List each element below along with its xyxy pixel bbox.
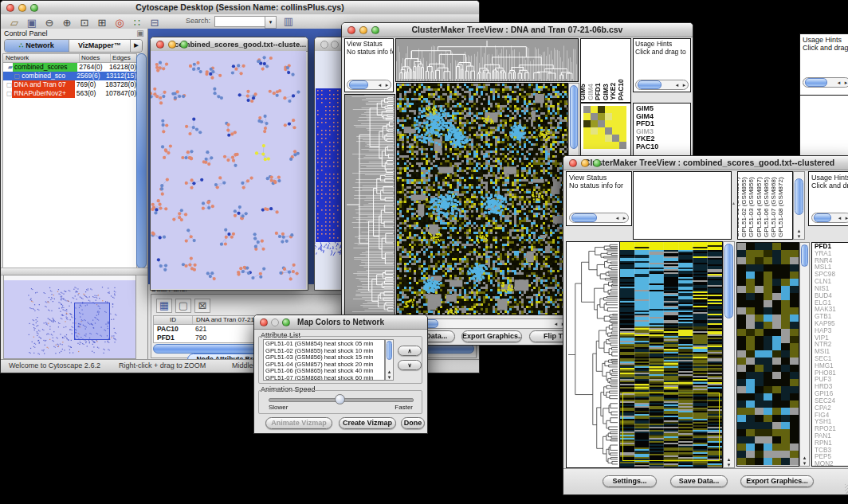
move-up-button[interactable]: ∧ — [398, 346, 422, 356]
close-icon[interactable] — [156, 41, 164, 49]
column-labels-vscrollbar[interactable]: ▴▾ — [793, 171, 805, 240]
open-icon[interactable]: ▱ — [6, 17, 23, 29]
settings-button[interactable]: Settings... — [603, 475, 657, 487]
gene-list-panel: PFD1YRA1RNR4MSL1SPC98CLN1NIS1BUD4ELG1MAK… — [811, 242, 848, 467]
document-icon[interactable]: ▥ — [280, 15, 297, 28]
heatmap-cell — [598, 120, 605, 127]
help-ring-icon[interactable]: ◎ — [111, 17, 128, 29]
minimize-icon[interactable] — [168, 41, 176, 49]
usage-hints-title: Usage Hints — [811, 174, 848, 182]
detail-vscrollbar[interactable]: ▴▾ — [799, 242, 810, 467]
correlation-mini-heatmap[interactable] — [583, 106, 626, 149]
heatmap[interactable] — [396, 83, 568, 315]
zoom-window-icon[interactable] — [30, 4, 38, 12]
new-doc-icon[interactable]: ▢ — [175, 299, 191, 313]
dialog-title-bar[interactable]: Map Colors to Network — [254, 315, 427, 330]
minimize-icon[interactable] — [271, 318, 279, 326]
column-dendrogram-area[interactable] — [633, 171, 732, 240]
id-header: ID — [154, 316, 193, 324]
zoom-window-icon[interactable] — [371, 26, 379, 34]
network-list-item[interactable]: ▢DNA and Tran 07769(0)183728(0) — [3, 80, 136, 89]
minimize-icon[interactable] — [581, 159, 589, 167]
heatmap-vscrollbar[interactable]: ▴▾ — [723, 241, 735, 468]
view-status-hscrollbar[interactable]: ◂▸ — [569, 213, 629, 223]
heatmap-cell — [612, 106, 619, 113]
minimize-icon[interactable] — [359, 26, 367, 34]
view-status-box: View Status No status info for ◂▸ — [566, 171, 632, 226]
network-list-item[interactable]: ▰combined_scores2764(0)16218(0) — [3, 63, 136, 72]
main-title-bar[interactable]: Cytoscape Desktop (Session Name: collins… — [1, 1, 479, 15]
heatmap-cell — [619, 106, 626, 113]
minimize-icon[interactable] — [18, 4, 26, 12]
usage-hints-hscrollbar[interactable]: ◂▸ — [811, 213, 848, 223]
attribute-list[interactable]: GPL51-01 (GSM854) heat shock 05 minGPL51… — [263, 339, 385, 381]
fragment-hscrollbar[interactable]: ◂▸ — [803, 77, 848, 88]
heatmap-cell — [598, 135, 605, 142]
close-icon[interactable] — [569, 159, 577, 167]
zoom-detail-panel[interactable] — [736, 242, 799, 467]
close-icon[interactable] — [6, 4, 14, 12]
zoom-window-icon[interactable] — [282, 318, 290, 326]
heatmap-cell — [619, 113, 626, 120]
move-down-button[interactable]: ∨ — [398, 360, 422, 370]
tab-network[interactable]: ∴ Network — [5, 40, 69, 52]
annotation-icon[interactable]: ⊟ — [146, 17, 163, 29]
edge-count: 13112(15) — [104, 72, 136, 80]
attribute-list-vscrollbar[interactable]: ▴▾ — [385, 339, 394, 381]
export-graphics-button[interactable]: Export Graphics... — [740, 475, 814, 487]
column-label: PAC10 — [617, 79, 625, 100]
split-markers: ▴ — [732, 200, 735, 205]
birdseye-view[interactable] — [3, 275, 136, 359]
zoom-window-icon[interactable] — [180, 41, 188, 49]
gene-label[interactable]: MON2 — [815, 461, 848, 467]
float-panel-icon[interactable]: ▣ — [135, 27, 146, 40]
column-label: GPL51-07 (GSM868) — [770, 177, 777, 237]
column-dendrogram[interactable] — [395, 38, 579, 82]
network-list-item[interactable]: ▢RNAPuberNov2+563(0)107847(0) — [3, 89, 136, 98]
view-status-hscrollbar[interactable]: ◂▸ — [347, 80, 391, 90]
zoom-selected-icon[interactable]: ⊡ — [76, 17, 93, 29]
resize-grip[interactable] — [845, 484, 848, 494]
heatmap-cell — [612, 113, 619, 120]
treeview2-title-bar[interactable]: ClusterMaker TreeView : combined_scores_… — [563, 156, 848, 170]
close-icon[interactable] — [320, 41, 328, 49]
network-canvas[interactable] — [151, 51, 306, 289]
zoom-out-icon[interactable]: ⊖ — [41, 17, 58, 29]
save-data-button[interactable]: Save Data... — [670, 475, 728, 487]
tab-overflow-arrow[interactable]: ▶ — [130, 40, 142, 52]
close-icon[interactable] — [347, 26, 355, 34]
faster-label: Faster — [395, 404, 413, 411]
treeview-fragment-window: Usage Hints Click and drag to ◂▸ — [799, 33, 848, 156]
view-status-box: View Status No status info for ◂▸ — [344, 38, 394, 92]
search-dropdown-button[interactable]: ▾ — [265, 16, 277, 29]
treeview1-title-bar[interactable]: ClusterMaker TreeView : DNA and Tran 07-… — [342, 23, 693, 37]
row-dendrogram[interactable] — [566, 241, 619, 468]
control-vertical-scrollbar[interactable] — [136, 53, 147, 268]
done-button[interactable]: Done — [401, 417, 425, 429]
heatmap[interactable] — [619, 241, 723, 468]
window-controls[interactable] — [6, 4, 38, 12]
speed-slider-thumb[interactable] — [335, 394, 345, 404]
table-icon[interactable]: ▦ — [156, 299, 172, 313]
network-view-title-bar[interactable]: combined_scores_good.txt--cluste... — [151, 37, 308, 52]
desktop: Cytoscape Desktop (Session Name: collins… — [0, 0, 848, 504]
delete-icon[interactable]: ⊠ — [194, 299, 210, 313]
export-graphics-button[interactable]: Export Graphics... — [461, 330, 522, 342]
minimize-icon[interactable] — [331, 41, 339, 49]
treeview1-title: ClusterMaker TreeView : DNA and Tran 07-… — [412, 25, 623, 34]
zoom-fit-icon[interactable]: ⊞ — [93, 17, 111, 29]
tab-vizmapper[interactable]: VizMapper™ — [69, 40, 130, 52]
page-icon: ▢ — [3, 89, 12, 98]
create-vizmap-button[interactable]: Create Vizmap — [339, 417, 396, 429]
row-dendrogram[interactable] — [344, 94, 395, 315]
close-icon[interactable] — [260, 318, 268, 326]
search-input[interactable] — [214, 16, 265, 27]
save-icon[interactable]: ▣ — [23, 17, 41, 29]
network-list-item[interactable]: ▢combined_sco2569(6)13112(15) — [3, 72, 136, 80]
usage-hints-text: Click and drag to — [803, 44, 848, 52]
zoom-window-icon[interactable] — [593, 159, 601, 167]
usage-hints-hscrollbar[interactable]: ◂▸ — [635, 80, 689, 90]
animate-vizmap-button[interactable]: Animate Vizmap — [265, 417, 332, 429]
zoom-in-icon[interactable]: ⊕ — [58, 17, 76, 29]
attribute-item[interactable]: GPL51-07 (GSM868) heat shock 60 min — [265, 375, 384, 381]
